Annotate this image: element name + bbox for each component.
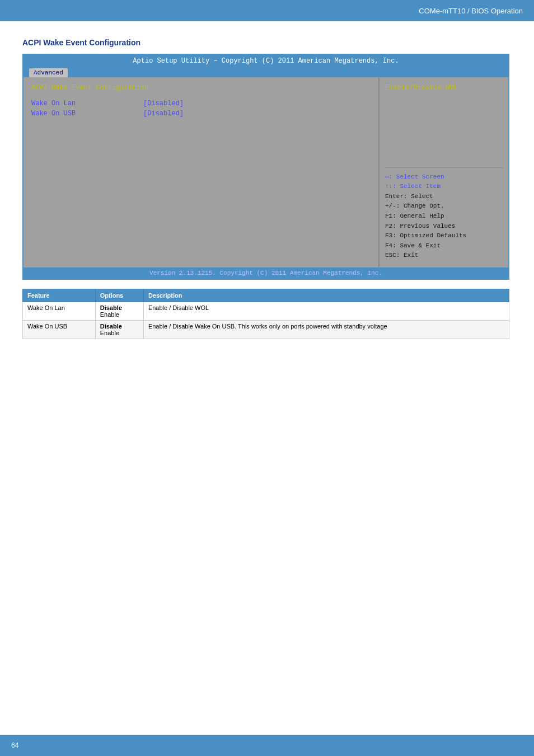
table-option-bold-1: Disable [100, 304, 122, 311]
bios-left-panel: ACPI Wake Event Configuration Wake On La… [24, 77, 380, 267]
table-cell-feature-2: Wake On USB [23, 321, 96, 339]
bios-item-value-wake-on-usb: [Disabled] [143, 110, 184, 118]
key-f4: F4: Save & Exit [385, 241, 503, 251]
table-option-normal-2: Enable [100, 330, 119, 336]
key-f2: F2: Previous Values [385, 222, 503, 232]
key-select-screen: ↔: Select Screen [385, 172, 503, 182]
key-f3: F3: Optimized Defaults [385, 231, 503, 241]
key-enter-select: Enter: Select [385, 192, 503, 202]
main-content: ACPI Wake Event Configuration Aptio Setu… [0, 21, 534, 361]
table-header-description: Description [143, 289, 509, 302]
bios-footer: Version 2.13.1215. Copyright (C) 2011 Am… [24, 267, 508, 279]
header-title: COMe-mTT10 / BIOS Operation [419, 7, 523, 15]
table-cell-options-1: Disable Enable [95, 302, 143, 321]
bios-title-bar: Aptio Setup Utility – Copyright (C) 2011… [24, 55, 508, 67]
table-option-bold-2: Disable [100, 323, 122, 330]
table-cell-feature-1: Wake On Lan [23, 302, 96, 321]
table-cell-description-1: Enable / Disable WOL [143, 302, 509, 321]
table-header-feature: Feature [23, 289, 96, 302]
bios-keys: ↔: Select Screen ↑↓: Select Item Enter: … [385, 172, 503, 261]
key-esc: ESC: Exit [385, 251, 503, 261]
section-heading: ACPI Wake Event Configuration [22, 38, 512, 47]
bios-item-value-wake-on-lan: [Disabled] [143, 100, 184, 107]
bios-item-wake-on-lan[interactable]: Wake On Lan [Disabled] [31, 100, 371, 107]
table-cell-options-2: Disable Enable [95, 321, 143, 339]
key-select-item: ↑↓: Select Item [385, 182, 503, 192]
bios-item-label-wake-on-usb: Wake On USB [31, 110, 143, 118]
table-row: Wake On USB Disable Enable Enable / Disa… [23, 321, 509, 339]
page-number: 64 [11, 741, 18, 749]
table-option-normal-1: Enable [100, 311, 119, 318]
table-cell-description-2: Enable / Disable Wake On USB. This works… [143, 321, 509, 339]
bios-screen: Aptio Setup Utility – Copyright (C) 2011… [22, 54, 509, 280]
table-header-options: Options [95, 289, 143, 302]
bios-item-wake-on-usb[interactable]: Wake On USB [Disabled] [31, 110, 371, 118]
feature-table: Feature Options Description Wake On Lan … [22, 289, 509, 339]
bottom-bar: 64 [0, 735, 534, 756]
bios-main-area: ACPI Wake Event Configuration Wake On La… [24, 77, 508, 267]
bios-divider [385, 167, 503, 168]
bios-help-text: Enable/Disable WOL [385, 84, 503, 92]
bios-item-label-wake-on-lan: Wake On Lan [31, 100, 143, 107]
bios-right-panel: Enable/Disable WOL ↔: Select Screen ↑↓: … [380, 77, 508, 267]
bios-tab-bar: Advanced [24, 67, 508, 77]
bios-advanced-tab[interactable]: Advanced [29, 68, 68, 77]
key-change-opt: +/-: Change Opt. [385, 201, 503, 212]
top-bar: COMe-mTT10 / BIOS Operation [0, 0, 534, 21]
bios-title-text: Aptio Setup Utility – Copyright (C) 2011… [133, 57, 399, 65]
table-row: Wake On Lan Disable Enable Enable / Disa… [23, 302, 509, 321]
key-f1: F1: General Help [385, 212, 503, 222]
bios-section-title: ACPI Wake Event Configuration [31, 84, 371, 92]
